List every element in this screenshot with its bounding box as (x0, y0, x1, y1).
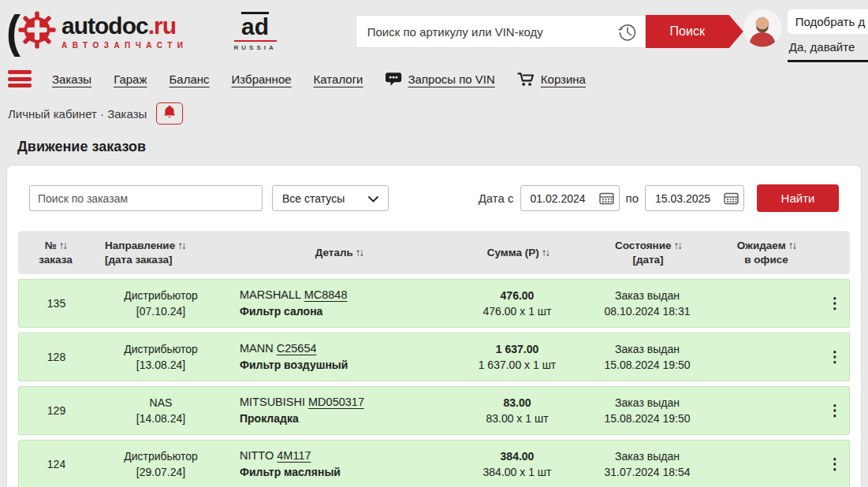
nav-item[interactable]: Корзина (517, 72, 586, 87)
order-number-cell: 135 (19, 296, 94, 311)
part-cell: MARSHALL MC8848 Фильтр салона (228, 287, 450, 319)
sum-cell: 476.00 476.00 x 1 шт (450, 288, 584, 320)
kebab-menu-icon[interactable] (821, 291, 849, 316)
order-number-cell: 128 (19, 349, 94, 365)
column-header[interactable]: №↑↓ заказа (18, 239, 93, 266)
table-row: 124 Дистрибьютор [29.07.24] NITTO 4M117 … (18, 440, 850, 487)
direction-cell: Дистрибьютор [29.07.24] (94, 448, 228, 481)
status-select[interactable]: Все статусы (272, 185, 389, 211)
notifications-button[interactable] (156, 102, 183, 125)
filters-bar: Все статусы Дата с по (18, 184, 850, 212)
kebab-menu-icon[interactable] (821, 398, 849, 423)
logo-wordmark: autodoc.ru (61, 14, 188, 38)
part-cell: MANN C25654 Фильтр воздушный (228, 340, 450, 373)
sort-arrows-icon: ↑↓ (356, 247, 363, 258)
global-search-input[interactable] (356, 16, 645, 47)
menu-icon[interactable] (8, 70, 32, 87)
status-cell: Заказ выдан 08.10.2024 18:31 (584, 288, 710, 320)
sum-cell: 384.00 384.00 x 1 шт (450, 448, 584, 481)
sort-arrows-icon: ↑↓ (542, 247, 549, 258)
column-header[interactable]: Направление↑↓ [дата заказа] (93, 239, 227, 266)
vin-chat-icon (386, 72, 403, 87)
breadcrumb[interactable]: Личный кабинет · Заказы (8, 107, 147, 121)
status-cell: Заказ выдан 15.08.2024 19:50 (584, 395, 710, 427)
assistant-reply-button[interactable]: Да, давайте (788, 34, 868, 62)
gear-icon (14, 7, 60, 56)
direction-cell: Дистрибьютор [13.08.24] (94, 341, 228, 374)
row-menu-cell (821, 398, 849, 423)
kebab-menu-icon[interactable] (821, 344, 849, 370)
ad-russia-logo: ad RUSSIA (234, 12, 277, 51)
kebab-menu-icon[interactable] (821, 452, 849, 477)
top-bar: ( autodoc.ru АВТОЗАПЧАСТ (0, 0, 868, 63)
direction-cell: Дистрибьютор [07.10.24] (94, 288, 228, 320)
row-menu-cell (821, 452, 849, 477)
global-search: Поиск (356, 15, 743, 48)
assistant-widget: Подобрать д Да, давайте (788, 9, 868, 62)
table-body: 135 Дистрибьютор [07.10.24] MARSHALL MC8… (18, 279, 850, 487)
nav-item[interactable]: Запросы по VIN (386, 72, 495, 87)
order-search-input[interactable] (29, 185, 263, 211)
assistant-prompt: Подобрать д (788, 9, 868, 34)
row-menu-cell (821, 291, 849, 316)
calendar-icon[interactable] (724, 192, 739, 208)
table-row: 135 Дистрибьютор [07.10.24] MARSHALL MC8… (18, 279, 850, 328)
order-number-cell: 129 (19, 403, 94, 418)
direction-cell: NAS [14.08.24] (94, 395, 228, 427)
main-nav: Заказы Гараж Баланс Избранное Каталоги (52, 72, 586, 87)
nav-item[interactable]: Баланс (169, 72, 209, 86)
article-link[interactable]: MD050317 (308, 396, 364, 408)
search-button[interactable]: Поиск (646, 15, 743, 48)
column-header[interactable]: Сумма (Р)↑↓ (451, 246, 585, 260)
orders-table: №↑↓ заказа Направление↑↓ [дата заказа] Д… (18, 231, 850, 487)
search-history-icon[interactable] (617, 21, 639, 46)
order-number-cell: 124 (19, 456, 94, 472)
sort-arrows-icon: ↑↓ (59, 240, 67, 251)
sort-arrows-icon: ↑↓ (177, 240, 185, 251)
column-header[interactable]: Ожидаем↑↓ в офисе (711, 239, 821, 266)
main-nav-row: Заказы Гараж Баланс Избранное Каталоги (8, 66, 868, 91)
cart-icon (517, 72, 535, 87)
page-title: Движение заказов (17, 139, 868, 155)
logo-tagline: АВТОЗАПЧАСТИ (61, 41, 188, 50)
bell-icon (164, 106, 175, 122)
table-row: 129 NAS [14.08.24] MITSUBISHI MD050317 П… (18, 386, 850, 435)
column-header[interactable]: Состояние↑↓ [дата] (585, 239, 711, 266)
nav-item[interactable]: Избранное (232, 72, 292, 86)
nav-item[interactable]: Каталоги (314, 72, 363, 86)
ad-logo-underline (234, 40, 277, 42)
date-from-label: Дата с (479, 191, 514, 205)
article-link[interactable]: MC8848 (304, 288, 348, 301)
sum-cell: 83.00 83.00 x 1 шт (450, 395, 584, 427)
nav-item[interactable]: Гараж (114, 72, 147, 86)
sort-arrows-icon: ↑↓ (674, 240, 682, 251)
chevron-down-icon (368, 192, 378, 205)
part-cell: NITTO 4M117 Фильтр масляный (228, 448, 450, 480)
logo-paren-shape: ( (6, 9, 20, 54)
article-link[interactable]: C25654 (277, 342, 317, 355)
table-row: 128 Дистрибьютор [13.08.24] MANN C25654 … (18, 333, 850, 381)
nav-item[interactable]: Заказы (52, 72, 91, 86)
date-to-label: по (626, 191, 639, 205)
find-button[interactable]: Найти (757, 184, 839, 212)
article-link[interactable]: 4M117 (277, 449, 311, 462)
row-menu-cell (821, 344, 849, 370)
status-cell: Заказ выдан 31.07.2024 18:54 (584, 448, 710, 481)
calendar-icon[interactable] (599, 192, 614, 208)
sum-cell: 1 637.00 1 637.00 x 1 шт (450, 341, 584, 374)
orders-panel: Все статусы Дата с по (6, 165, 862, 487)
autodoc-logo[interactable]: ( autodoc.ru АВТОЗАПЧАСТ (6, 7, 188, 56)
column-header[interactable]: Деталь↑↓ (227, 246, 451, 260)
sort-arrows-icon: ↑↓ (788, 240, 796, 251)
table-header: №↑↓ заказа Направление↑↓ [дата заказа] Д… (18, 231, 850, 274)
part-cell: MITSUBISHI MD050317 Прокладка (228, 394, 450, 426)
avatar[interactable] (743, 9, 781, 47)
status-cell: Заказ выдан 15.08.2024 19:50 (584, 341, 710, 374)
